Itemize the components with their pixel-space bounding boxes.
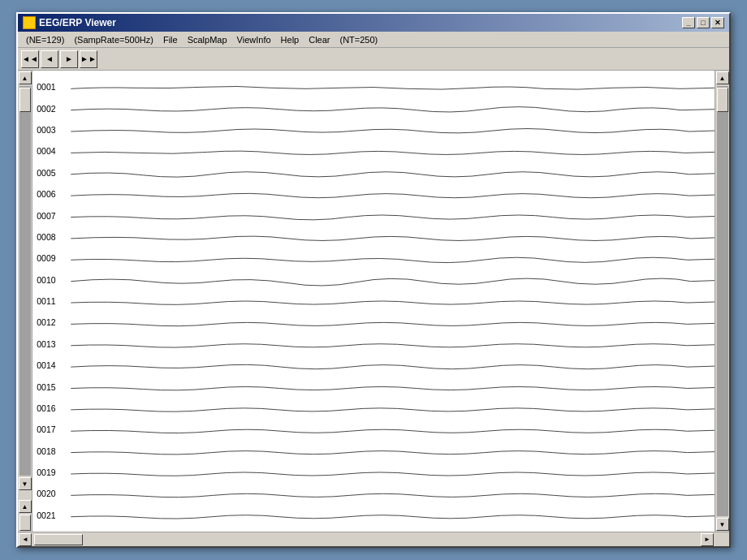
hscroll-right-button[interactable]: ► (701, 533, 714, 546)
hscroll-right-corner: ► (700, 532, 715, 547)
scroll-down-button[interactable]: ▼ (19, 477, 32, 490)
channel-label-0012: 0012 (37, 319, 56, 328)
right-scroll-thumb[interactable] (717, 88, 728, 112)
title-controls: _ □ ✕ (682, 17, 724, 28)
channel-label-0013: 0013 (37, 340, 56, 349)
channel-label-0019: 0019 (37, 468, 56, 477)
channel-label-0016: 0016 (37, 404, 56, 413)
menu-scalpmap[interactable]: ScalpMap (183, 34, 232, 45)
channel-label-0008: 0008 (37, 233, 56, 242)
channel-label-0014: 0014 (37, 361, 56, 370)
horizontal-scroll-track[interactable] (32, 532, 700, 546)
bottom-bar: ◄ ► (18, 532, 729, 546)
menu-clear[interactable]: Clear (304, 34, 335, 45)
toolbar-btn-1[interactable]: ◄◄ (21, 50, 39, 68)
app-icon: ⚡ (23, 16, 36, 29)
left-scroll-thumb[interactable] (19, 88, 31, 112)
scroll-up2-button[interactable]: ▲ (19, 500, 32, 513)
hscroll-left-corner: ◄ (18, 532, 32, 547)
right-scroll-down-button[interactable]: ▼ (716, 518, 729, 531)
channel-label-0020: 0020 (37, 490, 56, 499)
title-bar: ⚡ EEG/ERP Viewer _ □ ✕ (18, 14, 729, 32)
left-scroll-track[interactable] (19, 86, 31, 476)
channel-label-0003: 0003 (37, 126, 56, 135)
menu-samp-info: (SampRate=500Hz) (69, 34, 158, 45)
channel-label-0004: 0004 (37, 148, 56, 157)
channel-label-0017: 0017 (37, 425, 56, 434)
channel-label-0007: 0007 (37, 212, 56, 221)
right-scroll-up-button[interactable]: ▲ (716, 71, 729, 84)
menu-ne-info: (NE=129) (21, 34, 69, 45)
channel-label-0002: 0002 (37, 105, 56, 114)
menu-viewinfo[interactable]: ViewInfo (232, 34, 276, 45)
channel-label-0001: 0001 (37, 83, 56, 92)
left-scrollbar: ▲ ▼ ▲ (18, 71, 32, 532)
menu-file[interactable]: File (158, 34, 183, 45)
menu-help[interactable]: Help (276, 34, 304, 45)
menu-bar: (NE=129) (SampRate=500Hz) File ScalpMap … (18, 32, 729, 48)
toolbar-btn-3[interactable]: ► (60, 50, 78, 68)
channel-label-0018: 0018 (37, 447, 56, 456)
eeg-display-area: 0001 0002 0003 0004 0005 0006 (32, 71, 715, 532)
content-area: ▲ ▼ ▲ 0001 0002 (18, 71, 729, 532)
channel-label-0015: 0015 (37, 383, 56, 392)
toolbar-btn-2[interactable]: ◄ (41, 50, 58, 68)
channel-label-0011: 0011 (37, 297, 56, 306)
minimize-button[interactable]: _ (682, 17, 695, 28)
main-window: ⚡ EEG/ERP Viewer _ □ ✕ (NE=129) (SampRat… (16, 12, 731, 548)
hscroll-left-button[interactable]: ◄ (19, 533, 32, 546)
eeg-waveform-canvas: 0001 0002 0003 0004 0005 0006 (32, 71, 715, 532)
hscroll-thumb[interactable] (34, 534, 83, 545)
close-button[interactable]: ✕ (711, 17, 724, 28)
title-bar-left: ⚡ EEG/ERP Viewer (23, 16, 116, 29)
right-scrollbar: ▲ ▼ (715, 71, 729, 532)
toolbar: ◄◄ ◄ ► ►► (18, 48, 729, 71)
channel-label-0006: 0006 (37, 190, 56, 199)
channel-label-0009: 0009 (37, 254, 56, 263)
right-scroll-track[interactable] (717, 86, 728, 516)
menu-nt-info: (NT=250) (335, 34, 383, 45)
window-title: EEG/ERP Viewer (39, 17, 116, 28)
scroll-up-button[interactable]: ▲ (19, 71, 32, 84)
maximize-button[interactable]: □ (697, 17, 710, 28)
toolbar-btn-4[interactable]: ►► (80, 50, 97, 68)
channel-label-0021: 0021 (37, 511, 56, 520)
channel-label-0005: 0005 (37, 169, 56, 178)
channel-label-0010: 0010 (37, 276, 56, 285)
